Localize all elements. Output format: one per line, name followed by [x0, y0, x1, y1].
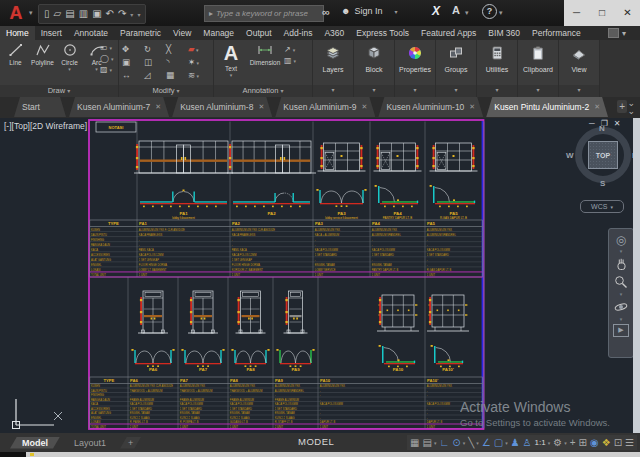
viewcube-south[interactable]: S [600, 179, 605, 188]
help-icon[interactable]: ? [482, 4, 497, 19]
layout-tab-layout1[interactable]: Layout1 [62, 437, 118, 449]
orbit-icon[interactable] [613, 299, 629, 315]
panel-block-expand[interactable]: ▾ [354, 86, 394, 96]
qat-customize-caret-icon[interactable]: ▾ [137, 11, 140, 18]
file-tab[interactable]: Kusen Aluminium-9✕ [275, 97, 375, 117]
file-tab[interactable]: Kusen Aluminium-7✕ [69, 97, 169, 117]
ellipse-button[interactable]: ◯▾ [100, 54, 113, 64]
ribbon-tab-performance[interactable]: Performance [526, 26, 587, 40]
help-caret-icon[interactable]: ▾ [499, 9, 503, 17]
close-tab-icon[interactable]: ✕ [362, 103, 368, 111]
file-tab[interactable]: Kusen Aluminium-8✕ [172, 97, 272, 117]
iso-caret-icon[interactable]: ▾ [476, 440, 479, 446]
panel-view[interactable]: View ▾ [559, 40, 600, 97]
binoculars-search-icon[interactable]: ∞ [322, 6, 330, 18]
ribbon-tab-bim-360[interactable]: BIM 360 [482, 26, 526, 40]
panel-draw-label[interactable]: Draw ▾ [0, 85, 118, 97]
file-tab[interactable]: Start [14, 97, 66, 117]
ribbon-tab-home[interactable]: Home [0, 26, 35, 40]
undo-icon[interactable]: ↶ [106, 9, 114, 19]
ortho-toggle[interactable]: ∟ [439, 436, 449, 450]
dimension-button[interactable]: Dimension [246, 42, 284, 78]
tray-toggle[interactable]: ⊞ [579, 436, 587, 450]
view-icon[interactable] [571, 45, 587, 61]
close-tab-icon[interactable]: ✕ [594, 103, 600, 111]
properties-icon[interactable] [407, 45, 423, 61]
vertical-scrollbar[interactable] [633, 118, 640, 433]
app-store-icon[interactable]: A [452, 4, 460, 16]
trim-button[interactable]: ╳ [166, 43, 188, 56]
polyline-icon[interactable] [35, 42, 51, 58]
file-tab[interactable]: Kusen Aluminium-10✕ [378, 97, 483, 117]
panel-layers[interactable]: Layers ▾ [313, 40, 354, 97]
annot-auto-toggle[interactable]: ♙ [523, 436, 532, 450]
block-icon[interactable] [366, 45, 382, 61]
explode-button[interactable]: ✶ ▾ [188, 56, 210, 69]
polar-toggle[interactable]: ⊙ [452, 436, 460, 450]
text-button[interactable]: A Text ▾ [216, 42, 246, 78]
sign-in-button[interactable]: ☻ Sign In ▾ [341, 6, 398, 16]
ribbon-tab-insert[interactable]: Insert [35, 26, 68, 40]
panel-clipboard[interactable]: Clipboard ▾ [518, 40, 559, 97]
grid-toggle[interactable]: ▦ [410, 436, 419, 450]
redo-icon[interactable]: ↷ [118, 9, 126, 19]
close-tab-icon[interactable]: ✕ [469, 103, 475, 111]
panel-view-expand[interactable]: ▾ [559, 86, 599, 96]
array-button[interactable]: ▦ [166, 69, 188, 82]
steering-wheel-icon[interactable]: ◎ [616, 233, 626, 247]
osnap-toggle[interactable]: ▢ [494, 436, 503, 450]
otrack-toggle[interactable]: ∠ [482, 436, 491, 450]
plus-toggle[interactable]: + [570, 436, 576, 450]
snap-toggle[interactable]: ▤ [422, 436, 431, 450]
panel-groups-expand[interactable]: ▾ [436, 86, 476, 96]
rotate-button[interactable]: ↻ [144, 43, 166, 56]
pan-icon[interactable] [613, 256, 629, 272]
polar-caret-icon[interactable]: ▾ [463, 440, 466, 446]
gear-caret-icon[interactable]: ▾ [564, 440, 567, 446]
panel-layers-expand[interactable]: ▾ [313, 86, 353, 96]
new-icon[interactable]: ▯ [44, 9, 50, 19]
polyline-button[interactable]: Polyline [29, 42, 56, 72]
erase-button[interactable]: ▰ ▾ [188, 43, 210, 56]
viewport-controls[interactable]: [-][Top][2D Wireframe] [4, 121, 87, 131]
scale-label-toggle[interactable]: 1:1 [535, 436, 546, 450]
save-icon[interactable]: ▤ [65, 9, 74, 19]
close-tab-icon[interactable]: ✕ [258, 103, 264, 111]
ribbon-tab-view[interactable]: View [167, 26, 197, 40]
table-button[interactable]: ▥▾ [284, 56, 296, 66]
move-button[interactable]: ✥ [122, 43, 144, 56]
maximize-button[interactable]: □ [589, 0, 614, 27]
annot-visible-toggle[interactable]: ♟ [511, 436, 520, 450]
isolate-toggle[interactable]: ◉ [590, 436, 599, 450]
hatch-button[interactable]: ▨▾ [100, 65, 113, 75]
showmotion-icon[interactable]: ▶ [613, 324, 629, 337]
logo-caret-icon[interactable]: ▾ [29, 9, 33, 17]
layers-icon[interactable] [325, 45, 341, 61]
save-as-icon[interactable]: ▥ [79, 9, 88, 19]
model-space-button[interactable]: MODEL [298, 436, 334, 447]
interface-toggle[interactable]: ▾ [608, 26, 626, 40]
ribbon-tab-annotate[interactable]: Annotate [68, 26, 114, 40]
viewcube-north[interactable]: N [599, 124, 605, 133]
panel-clipboard-expand[interactable]: ▾ [518, 86, 558, 96]
autodesk-360-icon[interactable]: X [432, 4, 440, 18]
panel-block[interactable]: Block ▾ [354, 40, 395, 97]
panel-modify-label[interactable]: Modify ▾ [119, 85, 213, 97]
ribbon-tab-parametric[interactable]: Parametric [114, 26, 167, 40]
utilities-icon[interactable] [489, 45, 505, 61]
close-tab-icon[interactable]: ✕ [155, 103, 161, 111]
plot-icon[interactable]: ▣ [92, 9, 101, 19]
groups-icon[interactable] [448, 45, 464, 61]
panel-groups[interactable]: Groups ▾ [436, 40, 477, 97]
rectangle-button[interactable]: ▭▾ [100, 43, 113, 53]
close-button[interactable]: ✕ [615, 0, 640, 27]
file-tab[interactable]: Kusen Pintu Aluminium-2✕ [486, 97, 608, 117]
autocad-logo-icon[interactable]: A [3, 1, 29, 25]
panel-properties-expand[interactable]: ▾ [395, 86, 435, 96]
panel-utilities-expand[interactable]: ▾ [477, 86, 517, 96]
open-icon[interactable]: ▱ [54, 9, 62, 19]
fillet-button[interactable]: ◝ [166, 56, 188, 69]
scale-label-caret-icon[interactable]: ▾ [548, 440, 551, 446]
ribbon-tab-manage[interactable]: Manage [197, 26, 240, 40]
ribbon-tab-express-tools[interactable]: Express Tools [350, 26, 415, 40]
